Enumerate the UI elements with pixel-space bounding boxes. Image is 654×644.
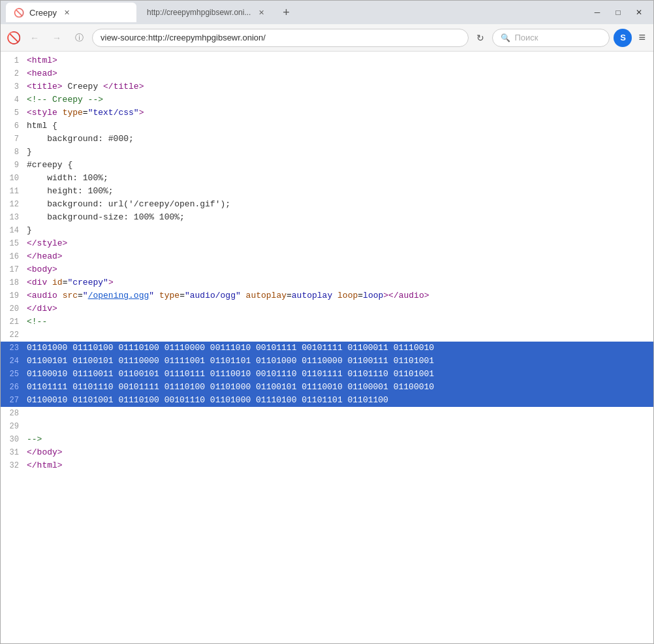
search-bar[interactable]: 🔍 Поиск — [492, 29, 610, 47]
source-line: 5<style type="text/css"> — [1, 106, 653, 120]
line-content — [27, 407, 653, 420]
line-number: 15 — [1, 237, 27, 250]
tab-inactive[interactable]: http://creepymhpgibsewr.oni... ✕ — [139, 3, 274, 22]
line-content: <head> — [27, 67, 653, 80]
source-line: 14} — [1, 224, 653, 237]
tab2-close-button[interactable]: ✕ — [256, 7, 266, 18]
source-line: 13 background-size: 100% 100%; — [1, 211, 653, 224]
source-line: 1<html> — [1, 54, 653, 67]
line-number: 18 — [1, 276, 27, 289]
line-content: 01101000 01110100 01110100 01110000 0011… — [27, 342, 653, 355]
browser-window: 🚫 Creepy ✕ http://creepymhpgibsewr.oni..… — [0, 0, 654, 644]
source-line: 29 — [1, 420, 653, 433]
line-number: 26 — [1, 381, 27, 394]
line-content: <html> — [27, 54, 653, 67]
source-line: 31</body> — [1, 446, 653, 459]
line-number: 4 — [1, 93, 27, 106]
tab-favicon: 🚫 — [14, 8, 24, 18]
line-content: background: url('/creepy/open.gif'); — [27, 198, 653, 211]
shield-icon: 🚫 — [6, 30, 22, 46]
source-line: 7 background: #000; — [1, 133, 653, 146]
line-number: 30 — [1, 433, 27, 446]
new-tab-button[interactable]: + — [277, 3, 295, 22]
source-line: 19<audio src="/opening.ogg" type="audio/… — [1, 289, 653, 302]
tab-active[interactable]: 🚫 Creepy ✕ — [6, 3, 136, 22]
line-content: </body> — [27, 446, 653, 459]
line-content — [27, 420, 653, 433]
line-content: #creepy { — [27, 159, 653, 172]
line-number: 5 — [1, 106, 27, 120]
line-content: <!-- — [27, 315, 653, 329]
source-line: 8} — [1, 146, 653, 159]
source-line: 2701100010 01101001 01110100 00101110 01… — [1, 394, 653, 407]
back-button[interactable]: ← — [25, 29, 44, 47]
line-number: 13 — [1, 211, 27, 224]
line-number: 2 — [1, 67, 27, 80]
source-line: 2501100010 01110011 01100101 01110111 01… — [1, 368, 653, 381]
title-bar: 🚫 Creepy ✕ http://creepymhpgibsewr.oni..… — [1, 1, 653, 24]
source-line: 2601101111 01101110 00101111 01110100 01… — [1, 381, 653, 394]
refresh-button[interactable]: ↻ — [473, 30, 488, 46]
line-content: </div> — [27, 302, 653, 315]
line-content — [27, 329, 653, 342]
line-number: 10 — [1, 172, 27, 185]
line-number: 8 — [1, 146, 27, 159]
line-number: 25 — [1, 368, 27, 381]
line-number: 27 — [1, 394, 27, 407]
line-content: } — [27, 146, 653, 159]
line-content: <!-- Creepy --> — [27, 93, 653, 106]
line-number: 22 — [1, 329, 27, 342]
line-content: <body> — [27, 263, 653, 276]
menu-button[interactable]: ≡ — [636, 31, 648, 44]
source-line: 18<div id="creepy"> — [1, 276, 653, 289]
line-number: 9 — [1, 159, 27, 172]
line-number: 16 — [1, 250, 27, 263]
source-line: 2301101000 01110100 01110100 01110000 00… — [1, 342, 653, 355]
line-content: 01100010 01101001 01110100 00101110 0110… — [27, 394, 653, 407]
line-content: html { — [27, 120, 653, 133]
tab2-label: http://creepymhpgibsewr.oni... — [147, 8, 251, 17]
line-content: --> — [27, 433, 653, 446]
line-content: <style type="text/css"> — [27, 106, 653, 120]
search-placeholder: Поиск — [514, 33, 538, 42]
line-content: <div id="creepy"> — [27, 276, 653, 289]
line-content: height: 100%; — [27, 185, 653, 198]
source-line: 20</div> — [1, 302, 653, 315]
line-content: background: #000; — [27, 133, 653, 146]
close-button[interactable]: ✕ — [630, 3, 648, 22]
source-line: 9#creepy { — [1, 159, 653, 172]
maximize-button[interactable]: □ — [609, 3, 627, 22]
forward-button[interactable]: → — [48, 29, 66, 47]
profile-button[interactable]: S — [614, 29, 632, 47]
source-line: 3<title> Creepy </title> — [1, 80, 653, 93]
address-text: view-source:http://creepymhpgibsewr.onio… — [101, 33, 266, 42]
line-number: 19 — [1, 289, 27, 302]
source-line: 22 — [1, 329, 653, 342]
line-number: 23 — [1, 342, 27, 355]
address-input[interactable]: view-source:http://creepymhpgibsewr.onio… — [92, 29, 469, 47]
source-line: 16</head> — [1, 250, 653, 263]
source-line: 28 — [1, 407, 653, 420]
line-number: 6 — [1, 120, 27, 133]
line-number: 1 — [1, 54, 27, 67]
source-line: 12 background: url('/creepy/open.gif'); — [1, 198, 653, 211]
line-number: 7 — [1, 133, 27, 146]
line-content: <audio src="/opening.ogg" type="audio/og… — [27, 289, 653, 302]
line-content: </style> — [27, 237, 653, 250]
source-line: 10 width: 100%; — [1, 172, 653, 185]
line-content: width: 100%; — [27, 172, 653, 185]
line-number: 14 — [1, 224, 27, 237]
info-button[interactable]: ⓘ — [70, 29, 88, 47]
line-content: 01100101 01100101 01110000 01111001 0110… — [27, 355, 653, 368]
tab-close-button[interactable]: ✕ — [62, 7, 72, 18]
minimize-button[interactable]: ─ — [588, 3, 606, 22]
line-content: 01100010 01110011 01100101 01110111 0111… — [27, 368, 653, 381]
line-number: 29 — [1, 420, 27, 433]
line-number: 24 — [1, 355, 27, 368]
line-number: 21 — [1, 315, 27, 329]
line-content: <title> Creepy </title> — [27, 80, 653, 93]
source-line: 17<body> — [1, 263, 653, 276]
source-line: 32</html> — [1, 459, 653, 472]
source-line: 21<!-- — [1, 315, 653, 329]
line-content: background-size: 100% 100%; — [27, 211, 653, 224]
